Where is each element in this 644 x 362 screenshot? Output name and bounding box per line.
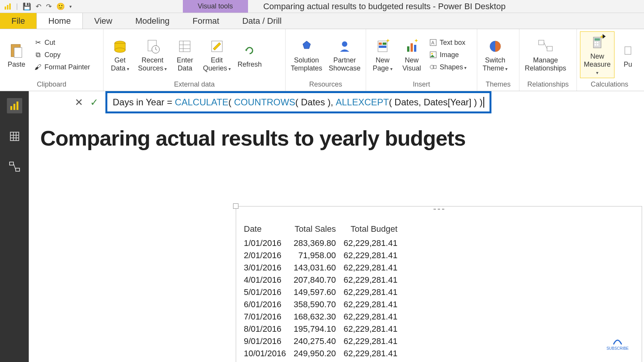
publish-button-partial[interactable]: Pu (617, 40, 639, 70)
new-page-button[interactable]: ✦ New Page (369, 36, 396, 74)
contextual-tab-visual-tools[interactable]: Visual tools (183, 0, 248, 13)
publish-label-partial: Pu (624, 61, 632, 69)
resize-handle-icon[interactable] (233, 203, 238, 209)
qat-divider: | (16, 2, 18, 10)
nav-data-view[interactable] (7, 129, 22, 144)
switch-theme-icon (486, 37, 504, 56)
text-box-button[interactable]: AText box (427, 38, 468, 48)
paste-button[interactable]: Paste (3, 40, 30, 70)
formula-cancel-icon[interactable]: ✕ (75, 97, 83, 108)
tab-file[interactable]: File (0, 13, 36, 29)
image-button[interactable]: Image (427, 50, 468, 60)
recent-sources-button[interactable]: Recent Sources (136, 36, 169, 74)
workspace: ✕ ✓ Days in Year = CALCULATE( COUNTROWS(… (0, 91, 644, 362)
cell-date: 7/01/2016 (244, 311, 294, 323)
nav-model-view[interactable] (7, 159, 22, 175)
copy-button[interactable]: ⧉Copy (32, 50, 92, 60)
cell-sales: 262,117.40 (294, 360, 343, 362)
table-row[interactable]: 3/01/2016143,031.6062,229,281.41 (244, 262, 405, 274)
cell-sales: 358,590.70 (294, 298, 343, 311)
cell-date: 1/01/2016 (244, 237, 294, 249)
svg-rect-39 (595, 44, 596, 46)
edit-queries-button[interactable]: Edit Queries (200, 36, 233, 74)
switch-theme-button[interactable]: Switch Theme (480, 36, 510, 74)
svg-rect-23 (414, 45, 416, 52)
table-row[interactable]: 9/01/2016240,275.4062,229,281.41 (244, 335, 405, 347)
solution-templates-button[interactable]: Solution Templates (289, 36, 324, 74)
undo-icon[interactable]: ↶ (36, 2, 41, 11)
refresh-label: Refresh (238, 61, 262, 69)
tab-home[interactable]: Home (36, 13, 83, 29)
tab-format[interactable]: Format (181, 13, 231, 29)
get-data-button[interactable]: Get Data (107, 36, 133, 74)
refresh-icon (240, 41, 259, 60)
tab-data-drill[interactable]: Data / Drill (231, 13, 293, 29)
tab-view[interactable]: View (83, 13, 124, 29)
formula-commit-icon[interactable]: ✓ (90, 97, 99, 108)
cell-sales: 71,958.00 (294, 249, 343, 262)
table-row[interactable]: 2/01/201671,958.0062,229,281.41 (244, 249, 405, 262)
cell-sales: 283,369.80 (294, 237, 343, 249)
cell-sales: 240,275.40 (294, 335, 343, 347)
svg-text:A: A (431, 40, 434, 46)
new-measure-button[interactable]: ✦ New Measure (580, 31, 614, 78)
qat-dropdown-icon[interactable]: ▾ (69, 4, 72, 9)
formula-input[interactable]: Days in Year = CALCULATE( COUNTROWS( Dat… (105, 91, 491, 113)
svg-point-28 (431, 53, 433, 54)
group-label-themes: Themes (480, 79, 516, 91)
cell-budget: 62,229,281.41 (343, 237, 405, 249)
edit-queries-label: Edit Queries (203, 56, 230, 72)
formula-text-mid3: ( Dates, Dates[Year] ) ) (389, 97, 483, 108)
paste-label: Paste (8, 61, 25, 69)
cell-budget: 62,229,281.41 (343, 298, 405, 311)
svg-rect-2 (9, 3, 11, 10)
cut-button[interactable]: ✂Cut (32, 38, 92, 48)
shapes-icon (429, 63, 437, 71)
report-canvas-area: ✕ ✓ Days in Year = CALCULATE( COUNTROWS(… (29, 91, 644, 362)
col-header-budget[interactable]: Total Budget (343, 222, 405, 237)
manage-relationships-button[interactable]: Manage Relationships (522, 36, 568, 74)
ribbon-group-relationships: Manage Relationships Relationships (519, 29, 577, 91)
shapes-button[interactable]: Shapes (427, 62, 468, 72)
table-header-row: Date Total Sales Total Budget (244, 222, 405, 237)
table-row[interactable]: 5/01/2016149,597.6062,229,281.41 (244, 286, 405, 298)
svg-rect-10 (179, 41, 190, 52)
cell-date: 2/01/2016 (244, 249, 294, 262)
group-label-relationships: Relationships (522, 79, 573, 91)
group-label-insert: Insert (369, 79, 474, 91)
table-row[interactable]: 8/01/2016195,794.1062,229,281.41 (244, 323, 405, 335)
redo-icon[interactable]: ↷ (46, 2, 52, 11)
col-header-sales[interactable]: Total Sales (294, 222, 343, 237)
col-header-date[interactable]: Date (244, 222, 294, 237)
cell-date: 4/01/2016 (244, 274, 294, 286)
table-row[interactable]: 11/01/2016262,117.4062,229,281.41 (244, 360, 405, 362)
table-row[interactable]: 4/01/2016207,840.7062,229,281.41 (244, 274, 405, 286)
cut-label: Cut (44, 39, 55, 47)
cell-date: 5/01/2016 (244, 286, 294, 298)
table-row[interactable]: 7/01/2016168,632.3062,229,281.41 (244, 311, 405, 323)
table-visual[interactable]: Date Total Sales Total Budget 1/01/20162… (236, 206, 642, 362)
refresh-button[interactable]: Refresh (235, 40, 264, 70)
svg-rect-51 (10, 162, 13, 165)
save-icon[interactable]: 💾 (23, 2, 31, 11)
enter-data-button[interactable]: Enter Data (171, 36, 198, 74)
ribbon-group-themes: Switch Theme Themes (477, 29, 519, 91)
new-page-icon: ✦ (373, 37, 392, 56)
titlebar: | 💾 ↶ ↷ 🙂 ▾ Visual tools Comparing actua… (0, 0, 644, 13)
partner-showcase-button[interactable]: Partner Showcase (327, 36, 363, 74)
format-painter-button[interactable]: 🖌Format Painter (32, 62, 92, 72)
table-row[interactable]: 6/01/2016358,590.7062,229,281.41 (244, 298, 405, 311)
nav-report-view[interactable] (7, 98, 22, 113)
svg-text:✦: ✦ (386, 39, 390, 44)
smiley-icon[interactable]: 🙂 (56, 2, 65, 11)
cell-sales: 143,031.60 (294, 262, 343, 274)
drag-grip-icon[interactable] (434, 209, 444, 211)
table-row[interactable]: 10/01/2016249,950.2062,229,281.41 (244, 347, 405, 360)
svg-rect-52 (16, 168, 20, 171)
tab-modeling[interactable]: Modeling (124, 13, 181, 29)
get-data-icon (111, 37, 129, 56)
table-row[interactable]: 1/01/2016283,369.8062,229,281.41 (244, 237, 405, 249)
window-title: Comparing actual results to budgeted res… (248, 0, 644, 13)
new-visual-button[interactable]: ✦ New Visual (398, 36, 425, 74)
partner-showcase-icon (335, 37, 354, 56)
